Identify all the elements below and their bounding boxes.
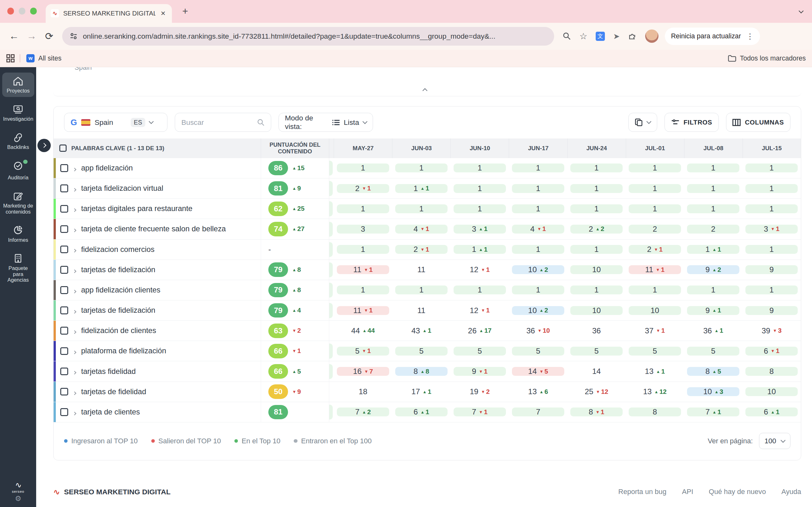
keyword-text[interactable]: fidelización de clientes: [81, 326, 156, 335]
tab-close-icon[interactable]: ✕: [159, 10, 167, 17]
reload-button[interactable]: ⟳: [40, 31, 58, 42]
date-column-header[interactable]: JUN-03: [392, 138, 450, 158]
expand-row-icon[interactable]: [73, 163, 76, 173]
settings-gear-icon[interactable]: ⚙: [0, 494, 36, 503]
sidebar-item-auditoria[interactable]: Auditoría: [2, 157, 34, 184]
browser-menu-icon[interactable]: ⋮: [746, 32, 754, 41]
keyword-text[interactable]: plataforma de fidelización: [81, 347, 166, 355]
date-column-header[interactable]: JUL-08: [684, 138, 743, 158]
sidebar-item-paquete-para-agencias[interactable]: Paquete para Agencias: [2, 250, 34, 286]
address-bar[interactable]: online.seranking.com/admin.site.rankings…: [62, 27, 554, 46]
keyword-search-input[interactable]: Buscar: [175, 113, 271, 132]
keyword-text[interactable]: tarjetas digitales para restaurante: [81, 205, 193, 213]
close-window-button[interactable]: [7, 8, 14, 14]
expand-row-icon[interactable]: [73, 346, 76, 356]
expand-row-icon[interactable]: [73, 407, 76, 417]
expand-row-icon[interactable]: [73, 305, 76, 315]
restart-to-update-button[interactable]: Reinicia para actualizar ⋮: [665, 27, 760, 45]
new-tab-button[interactable]: +: [183, 6, 188, 17]
rank-cell: 9: [743, 260, 801, 280]
site-settings-icon[interactable]: [69, 32, 78, 40]
keyword-text[interactable]: tarjetas de fidelidad: [81, 388, 146, 396]
back-button[interactable]: ←: [5, 31, 23, 42]
date-column-header[interactable]: JUL-15: [743, 138, 801, 158]
date-column-header[interactable]: JUN-10: [450, 138, 509, 158]
keyword-text[interactable]: tarjeta de clientes: [81, 408, 140, 416]
date-column-header[interactable]: JUN-24: [567, 138, 626, 158]
row-checkbox[interactable]: [60, 286, 68, 294]
expand-row-icon[interactable]: [73, 326, 76, 336]
change-down: ▼1: [420, 225, 429, 233]
sidebar-expand-button[interactable]: [38, 139, 51, 152]
expand-row-icon[interactable]: [73, 245, 76, 255]
bookmark-star-icon[interactable]: ☆: [579, 31, 588, 42]
minimize-window-button[interactable]: [19, 8, 26, 14]
change-up: ▲1: [715, 327, 723, 334]
forward-button[interactable]: →: [23, 31, 41, 42]
expand-row-icon[interactable]: [73, 285, 76, 295]
sidebar-item-informes[interactable]: Informes: [2, 222, 34, 246]
window-controls[interactable]: [7, 8, 37, 14]
zoom-icon[interactable]: [562, 32, 571, 41]
view-mode-selector[interactable]: Modo de vista: Lista: [278, 113, 373, 132]
footer-link[interactable]: Ayuda: [781, 488, 801, 496]
expand-row-icon[interactable]: [73, 204, 76, 214]
keyword-text[interactable]: tarjetas fidelidad: [81, 367, 136, 376]
copy-view-button[interactable]: [628, 113, 658, 132]
footer-link[interactable]: Qué hay de nuevo: [709, 488, 766, 496]
row-checkbox[interactable]: [60, 327, 68, 334]
row-checkbox[interactable]: [60, 347, 68, 355]
extensions-puzzle-icon[interactable]: [628, 32, 637, 41]
row-checkbox[interactable]: [60, 266, 68, 274]
expand-row-icon[interactable]: [73, 387, 76, 397]
extension-icon[interactable]: ➤: [613, 32, 620, 41]
keyword-text[interactable]: tarjetas de fidelización: [81, 306, 155, 315]
keyword-text[interactable]: fidelizacion comercios: [81, 245, 154, 254]
expand-row-icon[interactable]: [73, 183, 76, 193]
all-bookmarks-button[interactable]: Todos los marcadores: [728, 55, 806, 62]
sidebar-item-backlinks[interactable]: Backlinks: [2, 129, 34, 153]
expand-row-icon[interactable]: [73, 265, 76, 275]
score-column-header[interactable]: PUNTUACIÓN DEL CONTENIDO: [261, 138, 329, 158]
row-checkbox[interactable]: [60, 388, 68, 395]
keyword-text[interactable]: tarjetas de fidelización: [81, 266, 155, 274]
per-page-select[interactable]: 100: [759, 433, 791, 449]
apps-grid-icon[interactable]: [6, 54, 14, 62]
expand-row-icon[interactable]: [73, 367, 76, 377]
keyword-text[interactable]: app fidelización clientes: [81, 286, 160, 294]
tab-search-button[interactable]: [796, 6, 807, 18]
row-checkbox[interactable]: [60, 306, 68, 314]
select-all-checkbox[interactable]: [59, 145, 67, 152]
footer-link[interactable]: API: [682, 488, 693, 496]
date-column-header[interactable]: JUL-01: [626, 138, 684, 158]
collapse-panel-button[interactable]: [423, 85, 426, 95]
clipped-cell-pill: [329, 343, 333, 358]
date-column-header[interactable]: MAY-27: [334, 138, 392, 158]
row-checkbox[interactable]: [60, 245, 68, 253]
footer-link[interactable]: Reporta un bug: [618, 488, 666, 496]
keyword-text[interactable]: app fidelización: [81, 164, 133, 172]
date-column-header[interactable]: JUN-17: [509, 138, 567, 158]
row-checkbox[interactable]: [60, 164, 68, 172]
columns-button[interactable]: COLUMNAS: [726, 113, 791, 132]
row-checkbox[interactable]: [60, 225, 68, 233]
search-engine-selector[interactable]: G Spain ES: [64, 113, 168, 132]
expand-row-icon[interactable]: [73, 224, 76, 234]
row-checkbox[interactable]: [60, 205, 68, 213]
browser-tab[interactable]: ∿ SERSEO MARKETING DIGITAL ✕: [46, 4, 172, 23]
keyword-text[interactable]: tarjeta fidelizacion virtual: [81, 184, 163, 193]
sidebar-item-investigacion[interactable]: Investigación: [2, 101, 34, 125]
sidebar-item-marketing-de-contenidos[interactable]: Marketing de contenidos: [2, 187, 34, 218]
profile-avatar[interactable]: [645, 30, 658, 43]
translate-extension-icon[interactable]: 文: [596, 32, 605, 41]
row-checkbox[interactable]: [60, 368, 68, 375]
row-checkbox[interactable]: [60, 408, 68, 416]
change-up: ▲1: [712, 246, 721, 253]
sidebar-item-proyectos[interactable]: Proyectos: [2, 72, 34, 97]
keywords-column-header[interactable]: PALABRAS CLAVE (1 - 13 DE 13): [71, 145, 164, 152]
row-checkbox[interactable]: [60, 184, 68, 192]
maximize-window-button[interactable]: [30, 8, 37, 14]
keyword-text[interactable]: tarjeta de cliente frecuente salon de be…: [81, 225, 226, 233]
filters-button[interactable]: FILTROS: [664, 113, 719, 132]
bookmark-all-sites[interactable]: All sites: [38, 55, 61, 62]
